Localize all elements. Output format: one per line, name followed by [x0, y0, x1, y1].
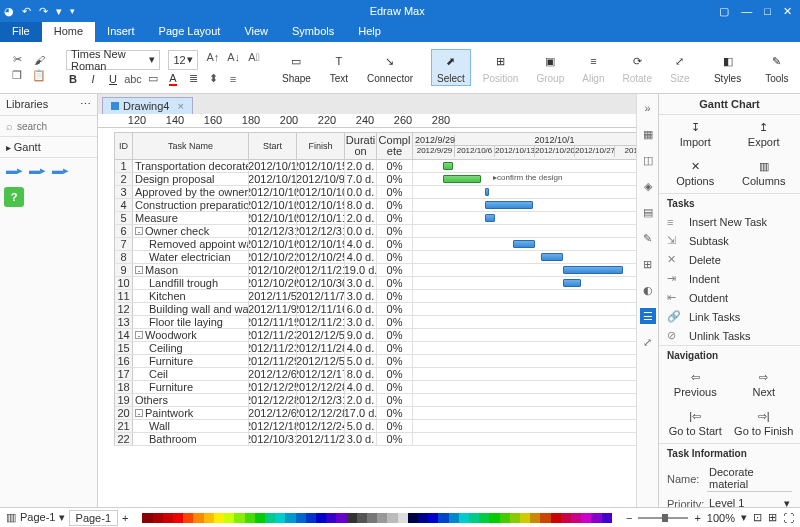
fontcolor-icon[interactable]: A	[166, 72, 180, 86]
color-swatch[interactable]	[377, 513, 387, 523]
font-family-select[interactable]: Times New Roman▾	[66, 50, 160, 70]
task-action-unlink-tasks[interactable]: ⊘Unlink Tasks	[659, 326, 800, 345]
color-swatch[interactable]	[193, 513, 203, 523]
previous-button[interactable]: ⇦Previous	[663, 371, 728, 398]
task-action-delete[interactable]: ✕Delete	[659, 250, 800, 269]
color-swatch[interactable]	[479, 513, 489, 523]
color-swatch[interactable]	[398, 513, 408, 523]
color-swatch[interactable]	[428, 513, 438, 523]
menu-tab-page-layout[interactable]: Page Layout	[147, 22, 233, 42]
color-swatch[interactable]	[224, 513, 234, 523]
color-swatch[interactable]	[296, 513, 306, 523]
color-swatch[interactable]	[459, 513, 469, 523]
chevron-right-icon[interactable]: »	[640, 100, 656, 116]
bold-icon[interactable]: B	[66, 72, 80, 86]
import-button[interactable]: ↧Import	[663, 121, 728, 148]
table-row[interactable]: 7Removed appoint wall2012/10/162012/10/1…	[114, 238, 636, 251]
gantt-shape[interactable]: ▬▸	[29, 164, 46, 177]
page-tab[interactable]: Page-1	[69, 510, 118, 526]
tool-icon[interactable]: ▤	[640, 204, 656, 220]
color-swatch[interactable]	[387, 513, 397, 523]
color-swatch[interactable]	[275, 513, 285, 523]
gantt-shape[interactable]: ▬▸	[52, 164, 69, 177]
select-button[interactable]: ⬈Select	[431, 49, 471, 86]
table-row[interactable]: 4Construction preparation2012/10/102012/…	[114, 199, 636, 212]
task-action-outdent[interactable]: ⇤Outdent	[659, 288, 800, 307]
tool-icon[interactable]: ⤢	[640, 334, 656, 350]
table-row[interactable]: 9-Mason2012/10/262012/11/2119.0 d.0%	[114, 264, 636, 277]
table-row[interactable]: 13Floor tile laying2012/11/192012/11/213…	[114, 316, 636, 329]
paste-icon[interactable]: 📋	[32, 69, 46, 83]
color-swatch[interactable]	[214, 513, 224, 523]
tool-icon[interactable]: ◫	[640, 152, 656, 168]
color-swatch[interactable]	[204, 513, 214, 523]
color-palette[interactable]	[142, 513, 612, 523]
color-swatch[interactable]	[163, 513, 173, 523]
page-select[interactable]: Page-1 ▾	[20, 511, 65, 524]
color-swatch[interactable]	[234, 513, 244, 523]
styles-button[interactable]: ◧Styles	[708, 49, 747, 86]
color-swatch[interactable]	[153, 513, 163, 523]
undo-icon[interactable]: ↶	[22, 5, 31, 18]
table-row[interactable]: 2Design proposal2012/10/12012/10/97.0 d.…	[114, 173, 636, 186]
options-button[interactable]: ✕Options	[663, 160, 728, 187]
color-swatch[interactable]	[469, 513, 479, 523]
color-swatch[interactable]	[561, 513, 571, 523]
color-swatch[interactable]	[183, 513, 193, 523]
table-row[interactable]: 12Building wall and wall repair2012/11/9…	[114, 303, 636, 316]
table-row[interactable]: 19Others2012/12/282012/12/312.0 d.0%	[114, 394, 636, 407]
color-swatch[interactable]	[347, 513, 357, 523]
table-row[interactable]: 1Transportation decorate material2012/10…	[114, 160, 636, 173]
library-menu-icon[interactable]: ⋯	[80, 98, 91, 111]
table-row[interactable]: 20-Paintwork2012/12/62012/12/2817.0 d.0%	[114, 407, 636, 420]
color-swatch[interactable]	[285, 513, 295, 523]
color-swatch[interactable]	[540, 513, 550, 523]
position-button[interactable]: ⊞Position	[477, 49, 525, 86]
view-icon[interactable]: ⊞	[768, 511, 777, 524]
task-action-insert-new-task[interactable]: ≡Insert New Task	[659, 213, 800, 231]
zoom-in-icon[interactable]: +	[694, 512, 700, 524]
tool-icon[interactable]: ◈	[640, 178, 656, 194]
table-row[interactable]: 3Approved by the owners2012/10/102012/10…	[114, 186, 636, 199]
text-button[interactable]: TText	[323, 49, 355, 86]
color-swatch[interactable]	[367, 513, 377, 523]
pages-icon[interactable]: ▥	[6, 511, 16, 524]
fullscreen-icon[interactable]: ⛶	[783, 512, 794, 524]
menu-tab-insert[interactable]: Insert	[95, 22, 147, 42]
italic-icon[interactable]: I	[86, 72, 100, 86]
table-row[interactable]: 18Furniture2012/12/252012/12/284.0 d.0%	[114, 381, 636, 394]
tools-button[interactable]: ✎Tools	[759, 49, 794, 86]
task-action-indent[interactable]: ⇥Indent	[659, 269, 800, 288]
color-swatch[interactable]	[438, 513, 448, 523]
color-swatch[interactable]	[581, 513, 591, 523]
rotate-button[interactable]: ⟳Rotate	[616, 49, 657, 86]
menu-tab-view[interactable]: View	[232, 22, 280, 42]
color-swatch[interactable]	[571, 513, 581, 523]
color-swatch[interactable]	[245, 513, 255, 523]
next-button[interactable]: ⇨Next	[732, 371, 797, 398]
table-row[interactable]: 10Landfill trough2012/10/262012/10/303.0…	[114, 277, 636, 290]
color-swatch[interactable]	[500, 513, 510, 523]
brush-icon[interactable]: 🖌	[32, 53, 46, 67]
zoom-slider[interactable]	[638, 517, 688, 519]
gantt-panel-icon[interactable]: ☰	[640, 308, 656, 324]
table-row[interactable]: 8Water electrician2012/10/222012/10/254.…	[114, 251, 636, 264]
tool-icon[interactable]: ✎	[640, 230, 656, 246]
align-button[interactable]: ≡Align	[576, 49, 610, 86]
clear-format-icon[interactable]: Aͯ	[248, 50, 260, 64]
zoom-out-icon[interactable]: −	[626, 512, 632, 524]
color-swatch[interactable]	[316, 513, 326, 523]
close-icon[interactable]: ✕	[783, 5, 792, 18]
connector-button[interactable]: ↘Connector	[361, 49, 419, 86]
color-swatch[interactable]	[408, 513, 418, 523]
tool-icon[interactable]: ▦	[640, 126, 656, 142]
font-size-select[interactable]: 12▾	[168, 50, 198, 70]
table-row[interactable]: 22Bathroom2012/10/312012/11/23.0 d.0%	[114, 433, 636, 446]
grow-font-icon[interactable]: A↑	[206, 50, 219, 64]
color-swatch[interactable]	[173, 513, 183, 523]
highlight-icon[interactable]: ▭	[146, 72, 160, 86]
spacing-icon[interactable]: ⬍	[206, 72, 220, 86]
color-swatch[interactable]	[357, 513, 367, 523]
name-field[interactable]: Decorate material	[707, 465, 792, 492]
color-swatch[interactable]	[265, 513, 275, 523]
